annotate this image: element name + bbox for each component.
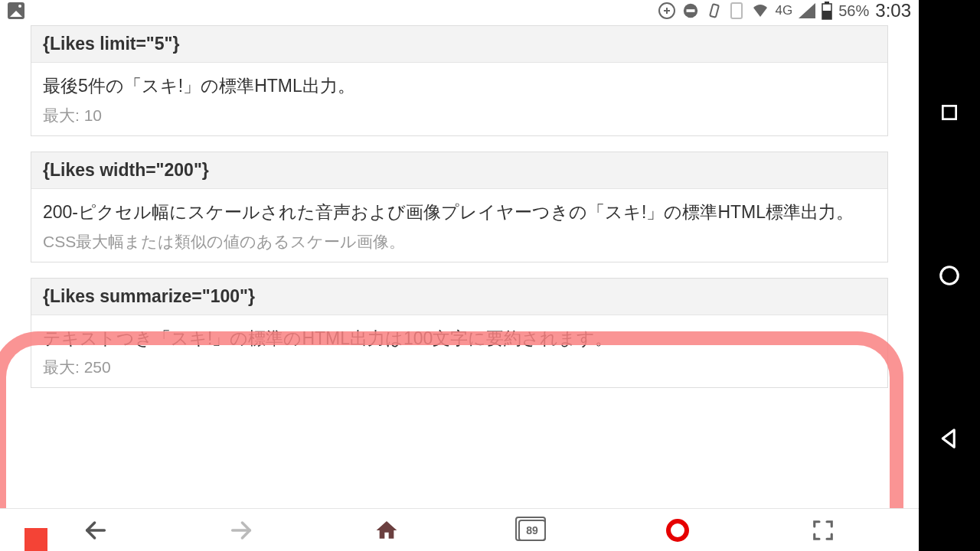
back-button[interactable] bbox=[79, 514, 113, 547]
clock: 3:03 bbox=[875, 0, 911, 21]
tabs-count: 89 bbox=[526, 524, 538, 536]
card-note: 最大: 250 bbox=[31, 357, 887, 387]
recent-apps-button[interactable] bbox=[936, 99, 963, 126]
card-note: 最大: 10 bbox=[31, 105, 887, 135]
svg-rect-12 bbox=[942, 106, 956, 119]
svg-point-13 bbox=[941, 267, 959, 285]
tabs-button[interactable]: 89 bbox=[515, 514, 549, 547]
card-header: {Likes summarize="100"} bbox=[31, 279, 887, 315]
back-button[interactable] bbox=[936, 425, 963, 452]
vibrate-icon bbox=[705, 2, 724, 20]
wifi-icon bbox=[751, 3, 769, 18]
annotation-corner bbox=[24, 528, 47, 551]
battery-percent: 56% bbox=[838, 2, 869, 20]
svg-rect-9 bbox=[822, 11, 831, 19]
phone-screen: 4G 56% 3:03 {Likes limit="5"} 最後5件の「スキ!」… bbox=[0, 0, 919, 551]
plus-circle-icon bbox=[658, 2, 676, 20]
dnd-icon bbox=[682, 2, 699, 19]
svg-rect-6 bbox=[731, 3, 742, 18]
card-header: {Likes limit="5"} bbox=[31, 26, 887, 63]
fullscreen-button[interactable] bbox=[806, 514, 840, 547]
doc-card: {Likes summarize="100"} テキストつき「スキ!」の標準のH… bbox=[31, 278, 888, 389]
signal-icon bbox=[799, 3, 815, 18]
card-note: CSS最大幅または類似の値のあるスケール画像。 bbox=[31, 231, 887, 262]
sim-icon bbox=[730, 2, 745, 20]
image-notification-icon bbox=[8, 2, 24, 19]
home-button[interactable] bbox=[936, 262, 963, 289]
forward-button[interactable] bbox=[224, 514, 258, 547]
battery-icon bbox=[822, 2, 832, 20]
card-body: 最後5件の「スキ!」の標準HTML出力。 bbox=[31, 63, 887, 105]
card-body: 200-ピクセル幅にスケールされた音声および画像プレイヤーつきの「スキ!」の標準… bbox=[31, 189, 887, 231]
home-button[interactable] bbox=[370, 514, 403, 547]
card-header: {Likes width="200"} bbox=[31, 152, 887, 189]
opera-menu-button[interactable] bbox=[661, 514, 694, 547]
page-content[interactable]: {Likes limit="5"} 最後5件の「スキ!」の標準HTML出力。 最… bbox=[0, 21, 919, 508]
status-bar: 4G 56% 3:03 bbox=[0, 0, 919, 21]
browser-toolbar: 89 bbox=[0, 508, 919, 551]
svg-rect-4 bbox=[686, 9, 694, 12]
doc-card: {Likes width="200"} 200-ピクセル幅にスケールされた音声お… bbox=[31, 152, 888, 262]
svg-rect-5 bbox=[710, 4, 719, 18]
card-body: テキストつき「スキ!」の標準のHTML出力は100文字に要約されます。 bbox=[31, 315, 887, 357]
doc-card: {Likes limit="5"} 最後5件の「スキ!」の標準HTML出力。 最… bbox=[31, 25, 888, 136]
android-nav-bar bbox=[919, 0, 980, 551]
network-type: 4G bbox=[776, 3, 793, 18]
opera-icon bbox=[666, 519, 689, 542]
